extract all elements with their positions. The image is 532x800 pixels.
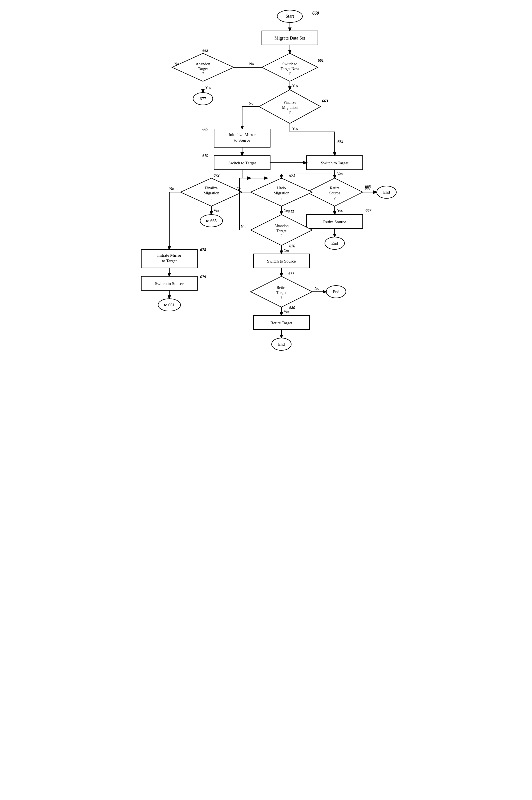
d675-label1: Abandon (274, 224, 288, 228)
d675-label3: ? (281, 234, 282, 238)
ref-676: 676 (289, 244, 295, 248)
end2-label: End (331, 241, 338, 246)
d677-label1: Retire (277, 286, 286, 290)
d661-yes-label: Yes (292, 84, 298, 88)
d665-yes-label: Yes (337, 208, 343, 213)
n667-label: Retire Source (323, 220, 346, 224)
end4-label: End (278, 342, 285, 346)
d662-yes-label: Yes (205, 86, 211, 90)
d665-label1: Retire (330, 186, 339, 190)
ref-664: 664 (338, 140, 343, 144)
d663-label1: Finalize (283, 101, 296, 105)
flowchart-diagram: Start 660 Migrate Data Set Switch to Tar… (133, 6, 399, 406)
d662-label2: Target (198, 67, 208, 71)
ref-678: 678 (200, 248, 206, 252)
n678-label1: Initiate Mirror (157, 253, 182, 257)
d665-no-label: No (365, 187, 370, 191)
d671-label2: Migration (273, 191, 289, 195)
to665-label: to 665 (206, 219, 217, 223)
ref-670: 670 (202, 154, 208, 158)
ref-675: 675 (288, 210, 294, 214)
flowchart-svg: Start 660 Migrate Data Set Switch to Tar… (133, 6, 399, 406)
n676-label: Switch to Source (267, 259, 296, 263)
ref-667: 667 (365, 208, 372, 213)
d665-label3: ? (334, 196, 336, 200)
ref-663: 663 (322, 99, 328, 103)
n669-label2: to Source (234, 138, 250, 143)
d677-label2: Target (277, 291, 286, 295)
n678-label2: to Target (162, 259, 177, 263)
n680-label: Retire Target (270, 321, 292, 325)
d661-label2: Target Now (281, 67, 299, 71)
d672-label3: ? (210, 196, 212, 200)
to661-label: to 661 (164, 303, 175, 307)
d665-label2: Source (329, 191, 340, 195)
d675-yes-label: Yes (284, 248, 289, 252)
ref-680: 680 (289, 306, 295, 310)
d662-label3: ? (202, 72, 204, 76)
start-label: Start (286, 14, 294, 19)
d677-label3: ? (281, 296, 282, 300)
d672-yes-label: Yes (214, 209, 219, 213)
d677-no-label: No (315, 286, 319, 291)
ref-669: 669 (202, 127, 208, 131)
d662-no-label: No (174, 62, 179, 66)
ref-661: 661 (318, 58, 324, 62)
d672-label1: Finalize (205, 186, 217, 190)
end3-label: End (333, 290, 340, 294)
d661-label1: Switch to (282, 62, 297, 66)
d663-label2: Migration (282, 106, 298, 110)
d662-label1: Abandon (196, 62, 210, 66)
n664-yes-label: Yes (337, 172, 343, 176)
n669-label1: Initialize Mirror (228, 132, 255, 137)
d672-no-label: No (169, 187, 174, 191)
end1-label: End (383, 190, 390, 194)
ref-679: 679 (200, 275, 206, 279)
ref-672: 672 (214, 174, 220, 178)
d677-yes-label: Yes (284, 310, 289, 314)
d663-no-label: No (249, 101, 253, 106)
n670-label: Switch to Target (228, 161, 256, 165)
ref-677: 677 (288, 272, 294, 276)
d671-label3: ? (281, 196, 282, 200)
migrate-label: Migrate Data Set (274, 36, 305, 41)
d663-label3: ? (289, 110, 291, 115)
d672-label2: Migration (204, 191, 219, 195)
d675-label2: Target (277, 229, 286, 233)
n664-label: Switch to Target (321, 161, 349, 165)
n677a-label: 677 (200, 96, 206, 101)
d675-no-label: No (241, 225, 246, 229)
d661-label3: ? (289, 72, 291, 76)
n679-label: Switch to Source (155, 281, 184, 286)
d671-label1: Undo (277, 186, 286, 190)
d663-yes-label: Yes (292, 127, 298, 131)
ref-660: 660 (312, 11, 319, 15)
d661-no-label: No (249, 62, 254, 66)
ref-662: 662 (202, 49, 208, 53)
